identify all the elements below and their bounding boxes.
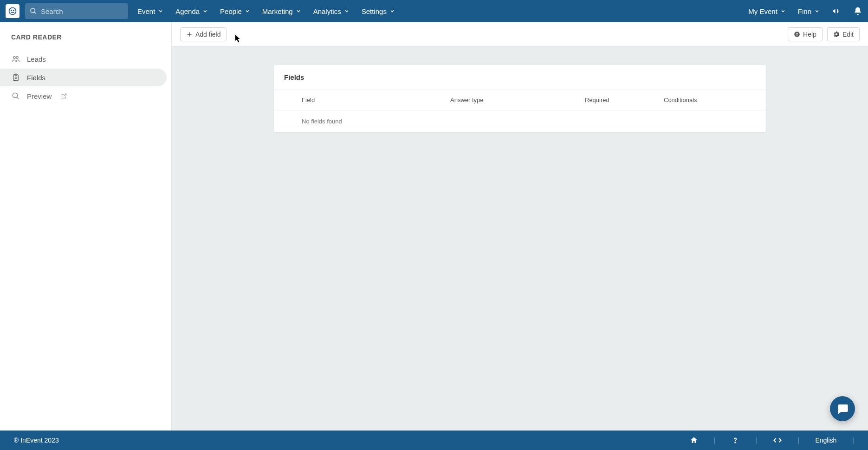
button-label: Edit bbox=[842, 31, 854, 38]
nav-event[interactable]: Event bbox=[137, 7, 163, 15]
chevron-down-icon bbox=[202, 8, 208, 14]
col-required: Required bbox=[585, 96, 664, 103]
clipboard-icon bbox=[11, 73, 20, 82]
help-button[interactable]: ? Help bbox=[788, 27, 823, 41]
nav-label: Agenda bbox=[175, 7, 200, 15]
nav-label: Analytics bbox=[313, 7, 341, 15]
footer-language[interactable]: English bbox=[815, 437, 836, 444]
nav-my-event[interactable]: My Event bbox=[748, 7, 786, 15]
nav-label: Event bbox=[137, 7, 155, 15]
svg-point-3 bbox=[31, 8, 35, 13]
main-area: Add field ? Help Edit Fields bbox=[172, 22, 868, 431]
nav-right: My Event Finn bbox=[748, 6, 862, 16]
svg-point-11 bbox=[13, 93, 18, 98]
panel-title: Fields bbox=[274, 65, 766, 90]
sidebar-item-preview[interactable]: Preview bbox=[0, 87, 167, 105]
table-empty-message: No fields found bbox=[274, 110, 766, 132]
col-field: Field bbox=[274, 96, 450, 103]
nav-agenda[interactable]: Agenda bbox=[175, 7, 208, 15]
footer-copyright: ® InEvent 2023 bbox=[14, 437, 59, 444]
sidebar-item-label: Fields bbox=[27, 74, 45, 82]
nav-label: Marketing bbox=[262, 7, 293, 15]
edit-button[interactable]: Edit bbox=[827, 27, 860, 41]
divider: | bbox=[714, 437, 716, 444]
nav-label: My Event bbox=[748, 7, 777, 15]
nav-analytics[interactable]: Analytics bbox=[313, 7, 350, 15]
search-icon bbox=[11, 92, 20, 100]
nav-user[interactable]: Finn bbox=[798, 7, 820, 15]
chevron-down-icon bbox=[296, 8, 301, 14]
search-icon bbox=[30, 7, 37, 15]
divider: | bbox=[755, 437, 757, 444]
button-label: Add field bbox=[195, 31, 220, 38]
nav-people[interactable]: People bbox=[220, 7, 250, 15]
plus-icon bbox=[186, 31, 193, 38]
button-label: Help bbox=[803, 31, 816, 38]
footer: ® InEvent 2023 | | | English | bbox=[0, 431, 868, 450]
chevron-down-icon bbox=[158, 8, 163, 14]
table-header: Field Answer type Required Conditionals bbox=[274, 90, 766, 110]
people-icon bbox=[11, 55, 20, 63]
footer-language-label: English bbox=[815, 437, 836, 444]
help-icon[interactable] bbox=[731, 436, 739, 444]
chevron-down-icon bbox=[344, 8, 350, 14]
search-input[interactable] bbox=[41, 7, 123, 15]
content-area: Fields Field Answer type Required Condit… bbox=[172, 46, 868, 151]
sidebar: CARD READER Leads Fields Preview bbox=[0, 22, 172, 431]
toolbar: Add field ? Help Edit bbox=[172, 22, 868, 46]
chevron-down-icon bbox=[814, 8, 820, 14]
divider: | bbox=[798, 437, 800, 444]
add-field-button[interactable]: Add field bbox=[180, 27, 227, 41]
announcement-icon[interactable] bbox=[832, 6, 841, 16]
sidebar-title: CARD READER bbox=[0, 33, 171, 49]
nav-label: Settings bbox=[362, 7, 387, 15]
chevron-down-icon bbox=[389, 8, 395, 14]
external-link-icon bbox=[61, 93, 67, 99]
svg-point-2 bbox=[13, 10, 14, 11]
question-icon: ? bbox=[794, 31, 800, 38]
nav-label: Finn bbox=[798, 7, 811, 15]
nav-marketing[interactable]: Marketing bbox=[262, 7, 301, 15]
svg-point-0 bbox=[9, 8, 16, 15]
col-answer-type: Answer type bbox=[450, 96, 585, 103]
svg-point-6 bbox=[16, 57, 19, 59]
search-box[interactable] bbox=[25, 3, 128, 19]
nav-label: People bbox=[220, 7, 242, 15]
svg-text:?: ? bbox=[796, 32, 798, 36]
chat-bubble[interactable] bbox=[830, 396, 855, 421]
brand-logo[interactable] bbox=[6, 4, 19, 18]
svg-point-17 bbox=[735, 442, 736, 443]
chevron-down-icon bbox=[780, 8, 786, 14]
bell-icon[interactable] bbox=[853, 6, 862, 16]
nav-menu: Event Agenda People Marketing Analytics … bbox=[137, 7, 395, 15]
top-navbar: Event Agenda People Marketing Analytics … bbox=[0, 0, 868, 22]
gear-icon bbox=[833, 31, 840, 38]
sidebar-item-leads[interactable]: Leads bbox=[0, 50, 167, 68]
col-conditionals: Conditionals bbox=[664, 96, 766, 103]
main-layout: CARD READER Leads Fields Preview bbox=[0, 22, 868, 431]
svg-line-12 bbox=[17, 97, 19, 99]
divider: | bbox=[852, 437, 854, 444]
sidebar-item-fields[interactable]: Fields bbox=[0, 69, 167, 86]
svg-point-5 bbox=[13, 57, 16, 59]
home-icon[interactable] bbox=[690, 436, 698, 444]
chevron-down-icon bbox=[245, 8, 250, 14]
sidebar-item-label: Preview bbox=[27, 92, 52, 100]
fields-panel: Fields Field Answer type Required Condit… bbox=[274, 65, 766, 132]
nav-settings[interactable]: Settings bbox=[362, 7, 395, 15]
sidebar-item-label: Leads bbox=[27, 55, 46, 63]
code-icon[interactable] bbox=[773, 436, 782, 445]
svg-point-1 bbox=[11, 10, 12, 11]
svg-line-4 bbox=[34, 12, 36, 13]
